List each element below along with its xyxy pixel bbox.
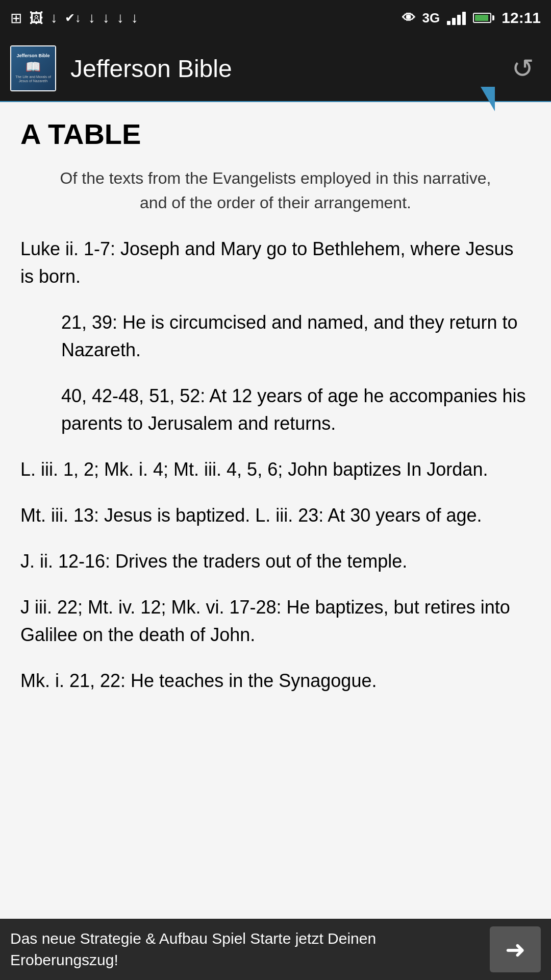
download-icon-4: ↓ bbox=[117, 10, 124, 26]
content-entry: J iii. 22; Mt. iv. 12; Mk. vi. 17-28: He… bbox=[20, 594, 531, 649]
refresh-button[interactable]: ↺ bbox=[505, 51, 541, 86]
intro-paragraph: Of the texts from the Evangelists employ… bbox=[51, 166, 500, 215]
content-area: A TABLE Of the texts from the Evangelist… bbox=[0, 102, 551, 919]
battery-icon bbox=[473, 13, 494, 23]
ad-banner: Das neue Strategie & Aufbau Spiel Starte… bbox=[0, 919, 551, 980]
check-download-icon: ✔↓ bbox=[65, 11, 81, 25]
ad-text: Das neue Strategie & Aufbau Spiel Starte… bbox=[10, 928, 480, 971]
status-bar-right: 👁 3G 12:11 bbox=[402, 9, 541, 27]
content-entry: J. ii. 12-16: Drives the traders out of … bbox=[20, 548, 531, 575]
content-entry: 40, 42-48, 51, 52: At 12 years of age he… bbox=[61, 382, 531, 437]
content-entry: Mt. iii. 13: Jesus is baptized. L. iii. … bbox=[20, 502, 531, 529]
content-entry: Mk. i. 21, 22: He teaches in the Synagog… bbox=[20, 667, 531, 695]
content-entry: 21, 39: He is circumcised and named, and… bbox=[61, 309, 531, 364]
download-icon-2: ↓ bbox=[88, 10, 95, 26]
signal-bars bbox=[447, 11, 466, 25]
logo-subtitle: The Life and Morals of Jesus of Nazareth bbox=[14, 75, 52, 83]
ad-arrow-icon: ➜ bbox=[505, 935, 525, 964]
section-heading: A TABLE bbox=[20, 117, 531, 151]
app-title: Jefferson Bible bbox=[70, 55, 505, 83]
refresh-icon: ↺ bbox=[512, 53, 534, 84]
entries-list: Luke ii. 1-7: Joseph and Mary go to Beth… bbox=[20, 235, 531, 695]
logo-title: Jefferson Bible bbox=[16, 54, 49, 59]
image-icon: 🖼 bbox=[29, 10, 43, 27]
logo-book-icon: 📖 bbox=[26, 60, 41, 74]
status-bar-left: ⊞ 🖼 ↓ ✔↓ ↓ ↓ ↓ ↓ bbox=[10, 10, 138, 27]
content-entry: Luke ii. 1-7: Joseph and Mary go to Beth… bbox=[20, 235, 531, 290]
download-icon-3: ↓ bbox=[103, 10, 110, 26]
app-header: Jefferson Bible 📖 The Life and Morals of… bbox=[0, 36, 551, 102]
download-icon-5: ↓ bbox=[131, 10, 138, 26]
content-entry: L. iii. 1, 2; Mk. i. 4; Mt. iii. 4, 5, 6… bbox=[20, 456, 531, 483]
eye-icon: 👁 bbox=[402, 10, 415, 26]
add-icon: ⊞ bbox=[10, 10, 22, 27]
clock: 12:11 bbox=[502, 9, 541, 27]
download-icon-1: ↓ bbox=[51, 10, 58, 26]
triangle-decoration bbox=[481, 87, 495, 111]
ad-arrow-button[interactable]: ➜ bbox=[490, 926, 541, 972]
network-type: 3G bbox=[422, 10, 440, 26]
app-logo: Jefferson Bible 📖 The Life and Morals of… bbox=[10, 45, 56, 91]
status-bar: ⊞ 🖼 ↓ ✔↓ ↓ ↓ ↓ ↓ 👁 3G 12:11 bbox=[0, 0, 551, 36]
